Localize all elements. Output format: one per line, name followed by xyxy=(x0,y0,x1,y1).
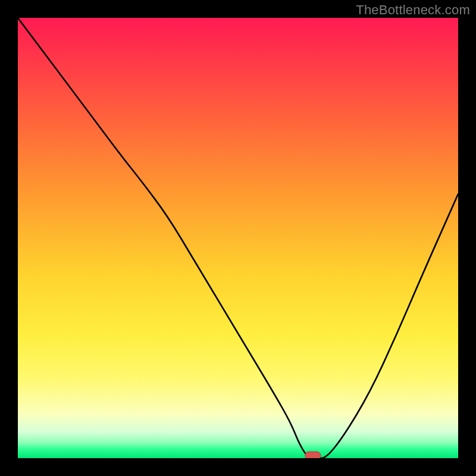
curve-layer xyxy=(18,18,458,458)
chart-frame: TheBottleneck.com xyxy=(0,0,476,476)
bottleneck-curve xyxy=(18,18,458,458)
watermark-text: TheBottleneck.com xyxy=(356,2,470,18)
optimal-marker xyxy=(305,452,321,458)
plot-area xyxy=(18,18,458,458)
